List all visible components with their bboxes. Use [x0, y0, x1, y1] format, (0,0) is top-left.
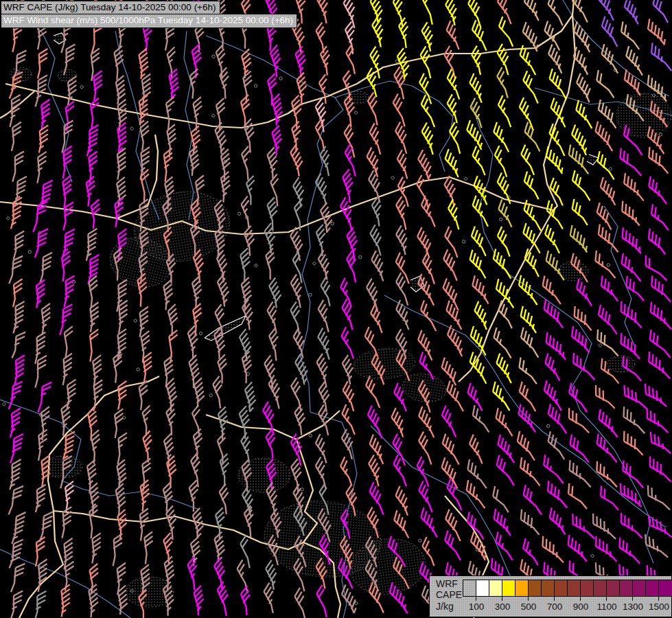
- city-marker: [237, 212, 240, 215]
- wind-barb: [342, 429, 353, 459]
- river-path: [472, 106, 653, 563]
- wind-barb: [498, 95, 511, 127]
- wind-barb: [62, 229, 75, 258]
- wind-barb: [596, 536, 616, 562]
- country-border-path: [0, 135, 158, 218]
- wind-barb: [442, 358, 456, 386]
- wind-barb: [647, 409, 669, 433]
- wind-barb: [370, 47, 380, 78]
- wind-barb: [188, 557, 197, 590]
- wind-barb: [548, 481, 567, 508]
- wind-barb: [422, 123, 433, 155]
- wind-barb: [651, 432, 671, 453]
- wind-barb: [90, 302, 99, 332]
- wind-barb: [192, 276, 202, 308]
- wind-barb: [12, 122, 21, 151]
- wind-barb: [10, 409, 21, 437]
- wind-barb: [63, 354, 72, 385]
- wind-barb: [340, 457, 351, 485]
- city-marker: [211, 114, 215, 117]
- city-marker: [312, 262, 316, 265]
- wind-barb: [316, 434, 327, 463]
- wind-barb: [316, 173, 327, 205]
- wind-barb: [443, 434, 459, 465]
- wind-barb: [213, 376, 222, 409]
- wind-barb: [141, 331, 150, 363]
- wind-barb: [445, 149, 459, 177]
- wind-barb: [520, 45, 536, 75]
- city-marker: [391, 176, 395, 179]
- wind-barb: [521, 510, 540, 535]
- wind-barb: [575, 306, 592, 330]
- wind-barb: [496, 408, 513, 436]
- wind-barb: [242, 146, 249, 180]
- wind-barb: [397, 150, 408, 179]
- legend-color-cell: [620, 580, 633, 596]
- wind-barb: [194, 97, 202, 130]
- wind-barb: [63, 146, 72, 179]
- city-marker: [254, 84, 257, 87]
- wind-barb: [115, 409, 123, 438]
- wind-barb: [499, 16, 513, 47]
- wind-barb: [470, 250, 486, 279]
- wind-barb: [189, 355, 199, 388]
- wind-barb: [240, 536, 250, 569]
- wind-barb: [144, 531, 152, 564]
- legend-color-cell: [489, 580, 502, 596]
- wind-barb: [38, 49, 48, 79]
- wind-barb: [471, 326, 486, 356]
- wind-barb: [369, 455, 380, 487]
- wind-barb: [316, 23, 325, 54]
- city-marker: [279, 77, 282, 80]
- wind-barb: [602, 16, 618, 47]
- wind-barb: [623, 227, 641, 253]
- wind-barb: [467, 480, 485, 508]
- legend-color-cell: [607, 580, 620, 596]
- city-marker: [212, 55, 215, 58]
- wind-barb: [192, 405, 200, 437]
- wind-barb: [446, 301, 461, 330]
- wind-barb: [318, 328, 329, 360]
- wind-barb: [244, 119, 254, 152]
- wind-barb: [550, 507, 566, 534]
- legend-colorbar: [463, 580, 672, 597]
- wind-barb: [467, 120, 482, 150]
- country-border-path: [301, 0, 574, 104]
- wind-barb: [498, 0, 511, 24]
- wind-barb: [624, 407, 645, 433]
- wind-barb: [519, 275, 537, 305]
- wind-barb: [317, 354, 327, 387]
- wind-barb: [568, 483, 587, 509]
- wind-barb: [92, 533, 100, 563]
- legend-label-line: CAPE: [436, 590, 462, 600]
- wind-barb: [163, 279, 172, 310]
- wind-barb: [443, 278, 459, 310]
- wind-barb: [40, 512, 54, 542]
- legend-tick: [658, 596, 659, 601]
- wind-barb: [624, 173, 644, 201]
- wind-barb: [627, 276, 644, 301]
- wind-barb: [169, 69, 178, 99]
- terrain-stipple-patch: [58, 69, 77, 82]
- wind-barb: [601, 177, 616, 205]
- wind-barb: [442, 457, 458, 488]
- city-marker: [301, 488, 303, 491]
- wind-barb: [396, 196, 406, 230]
- wind-barb: [649, 229, 665, 254]
- wind-barb: [625, 385, 647, 409]
- wind-barb: [548, 404, 566, 433]
- wind-barb: [524, 0, 539, 21]
- wind-barb: [88, 255, 99, 284]
- wind-barb: [520, 382, 536, 411]
- legend-tick: [554, 596, 555, 601]
- wind-barb: [496, 532, 512, 560]
- wind-barb: [41, 100, 49, 130]
- wind-barb: [395, 122, 406, 154]
- legend-color-cell: [633, 580, 646, 596]
- legend-color-cell: [542, 580, 555, 596]
- wind-barb: [572, 199, 588, 225]
- wind-barb: [89, 584, 98, 617]
- wind-barb: [417, 227, 430, 257]
- city-marker: [354, 111, 358, 115]
- legend-tick-label: 100: [469, 602, 485, 612]
